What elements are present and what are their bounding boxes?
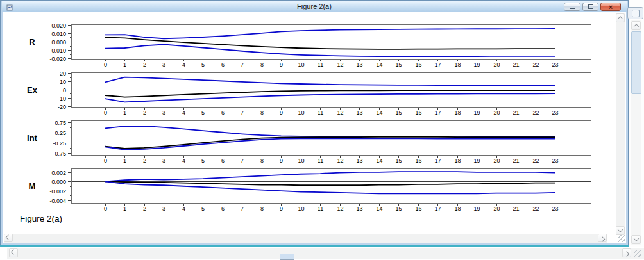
x-tick-label: 17 xyxy=(434,61,441,68)
x-tick-label: 4 xyxy=(182,61,185,68)
x-tick-label: 2 xyxy=(143,61,146,68)
y-tick-label: -0.020 xyxy=(49,56,66,62)
y-tick-label: -0.002 xyxy=(49,188,66,195)
scroll-up-icon xyxy=(633,24,638,29)
x-tick-label: 21 xyxy=(513,110,519,116)
x-tick-label: 19 xyxy=(473,110,480,116)
x-tick-label: 23 xyxy=(552,206,558,212)
parent-scroll-up-button[interactable] xyxy=(631,21,641,30)
x-tick-label: 20 xyxy=(493,206,500,212)
x-tick-label: 13 xyxy=(356,61,362,68)
x-tick-label: 20 xyxy=(493,110,500,116)
x-tick-label: 1 xyxy=(123,61,126,68)
x-tick-label: 14 xyxy=(376,158,382,164)
x-tick-label: 6 xyxy=(221,110,225,116)
window-controls: × xyxy=(564,3,621,11)
chart-Int: Int0.750.25-0.25-0.750123456789101112131… xyxy=(3,120,626,168)
window-title: Figure 2(a) xyxy=(2,3,627,10)
background-window-fragment-bottom[interactable] xyxy=(280,254,294,260)
background-window-fragment-button xyxy=(632,10,640,17)
close-icon: × xyxy=(609,4,613,10)
y-tick-label: 0.020 xyxy=(51,22,66,29)
x-tick-label: 18 xyxy=(454,206,461,212)
x-tick-label: 8 xyxy=(260,61,264,68)
parent-vertical-scrollbar[interactable] xyxy=(631,20,641,245)
scroll-right-button[interactable] xyxy=(598,234,607,242)
y-tick-label: 0.000 xyxy=(51,39,66,45)
x-tick-label: 1 xyxy=(123,158,126,164)
scroll-down-icon xyxy=(633,236,638,241)
inner-vertical-scrollbar[interactable] xyxy=(616,13,625,235)
titlebar[interactable]: Figure 2(a) × xyxy=(2,1,627,12)
x-tick-label: 12 xyxy=(337,61,343,68)
x-tick-label: 11 xyxy=(318,158,323,164)
y-tick-label: -10 xyxy=(58,95,66,102)
y-tick-label: 20 xyxy=(60,70,66,77)
x-tick-label: 20 xyxy=(493,61,500,68)
x-tick-label: 0 xyxy=(104,61,107,68)
parent-bottom-area xyxy=(0,247,644,260)
x-tick-label: 7 xyxy=(241,61,244,68)
x-tick-label: 23 xyxy=(552,158,558,164)
minimize-button[interactable] xyxy=(564,3,580,11)
series-lower-band xyxy=(105,44,555,56)
parent-scroll-left-button[interactable] xyxy=(9,248,18,257)
scroll-up-button[interactable] xyxy=(616,13,625,22)
x-tick-label: 14 xyxy=(376,61,382,68)
x-tick-label: 0 xyxy=(104,158,107,164)
figure-window: Figure 2(a) × R0.0200.0100.000-0.010-0.0… xyxy=(0,0,629,245)
maximize-button[interactable] xyxy=(582,3,598,11)
parent-horizontal-scrollbar[interactable] xyxy=(7,248,644,259)
scroll-down-icon xyxy=(618,227,623,232)
x-tick-label: 3 xyxy=(162,158,165,164)
series-lower-band xyxy=(105,138,555,149)
x-tick-label: 21 xyxy=(513,61,519,68)
y-tick-label: 10 xyxy=(60,79,66,85)
y-tick-label: 0.000 xyxy=(51,179,66,185)
x-tick-label: 22 xyxy=(532,61,539,68)
y-tick-label: 0.25 xyxy=(55,130,66,136)
x-tick-label: 10 xyxy=(298,61,304,68)
x-tick-label: 23 xyxy=(552,110,558,116)
x-tick-label: 2 xyxy=(143,158,146,164)
x-tick-label: 18 xyxy=(454,61,461,68)
parent-resize-grip[interactable] xyxy=(634,250,641,257)
y-tick-label: 0.75 xyxy=(55,120,66,126)
x-tick-label: 21 xyxy=(513,206,519,212)
x-tick-label: 7 xyxy=(241,110,244,116)
x-tick-label: 15 xyxy=(395,158,402,164)
parent-scroll-right-button[interactable] xyxy=(622,248,631,257)
series-upper-band xyxy=(105,77,555,86)
y-tick-label: 0.002 xyxy=(51,170,66,176)
x-tick-label: 6 xyxy=(221,158,225,164)
charts-layer: R0.0200.0100.000-0.010-0.020012345678910… xyxy=(3,12,626,243)
y-tick-label: 0 xyxy=(63,87,66,93)
x-tick-label: 10 xyxy=(298,206,304,212)
background-window-fragment[interactable] xyxy=(627,7,643,19)
y-tick-label: 0.010 xyxy=(51,31,66,37)
x-tick-label: 12 xyxy=(337,158,343,164)
scroll-left-button[interactable] xyxy=(4,234,13,242)
x-tick-label: 9 xyxy=(280,61,283,68)
x-tick-label: 16 xyxy=(415,206,421,212)
series-impulse-response xyxy=(105,37,555,49)
inner-resize-grip[interactable] xyxy=(618,235,625,242)
scroll-left-icon xyxy=(6,234,11,240)
x-tick-label: 22 xyxy=(532,110,539,116)
x-tick-label: 7 xyxy=(241,206,244,212)
scroll-right-icon xyxy=(624,251,629,256)
x-tick-label: 22 xyxy=(532,158,539,164)
inner-horizontal-scrollbar[interactable] xyxy=(4,234,607,243)
x-tick-label: 4 xyxy=(182,158,185,164)
x-tick-label: 3 xyxy=(162,206,165,212)
close-button[interactable]: × xyxy=(600,3,621,11)
x-tick-label: 0 xyxy=(104,110,107,116)
scroll-up-icon xyxy=(618,16,623,21)
parent-scrollbar-thumb[interactable] xyxy=(631,31,641,94)
parent-scroll-down-button[interactable] xyxy=(631,235,641,244)
x-tick-label: 15 xyxy=(395,61,402,68)
window-body: R0.0200.0100.000-0.010-0.020012345678910… xyxy=(3,12,626,243)
scroll-down-button[interactable] xyxy=(616,226,625,235)
x-tick-label: 18 xyxy=(454,110,461,116)
x-tick-label: 13 xyxy=(356,158,362,164)
